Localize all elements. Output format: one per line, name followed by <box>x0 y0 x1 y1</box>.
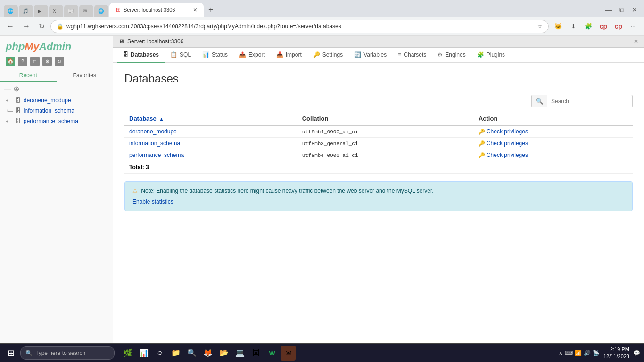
taskbar-search[interactable]: 🔍 Type here to search <box>20 346 115 360</box>
tray-network[interactable]: 📶 <box>575 350 582 356</box>
settings-small-icon[interactable]: □ <box>30 57 40 66</box>
collapse-icon[interactable]: — <box>4 84 11 93</box>
tab-sql[interactable]: 📋 SQL <box>165 48 197 63</box>
download-icon[interactable]: ⬇ <box>567 20 580 33</box>
tab-engines[interactable]: ⚙ Engines <box>432 48 471 63</box>
bg-tab4[interactable]: X <box>49 5 63 17</box>
tab-status[interactable]: 📊 Status <box>197 48 233 63</box>
notification-icon[interactable]: 💬 <box>633 350 640 356</box>
settings-icon: 🔑 <box>313 51 320 58</box>
tray-wifi[interactable]: 📡 <box>593 350 600 356</box>
sidebar-item-deranene[interactable]: +— 🗄 deranene_modupe <box>0 95 113 106</box>
check-privileges-deranene[interactable]: 🔑 Check privileges <box>479 128 528 135</box>
taskbar-app-chart[interactable]: 📊 <box>136 346 151 361</box>
home-icon[interactable]: 🏠 <box>6 57 15 66</box>
tray-keyboard[interactable]: ⌨ <box>565 350 573 356</box>
taskbar-app-word[interactable]: W <box>264 346 280 361</box>
sidebar-tabs: Recent Favorites <box>0 70 113 82</box>
copilot-icon[interactable]: cp <box>597 20 610 33</box>
bg-tab6[interactable]: ✉ <box>79 5 93 17</box>
refresh-small-icon[interactable]: ↻ <box>55 57 64 66</box>
window-restore[interactable]: ⧉ <box>617 5 627 15</box>
privileges-icon-1: 🔑 <box>479 129 485 135</box>
search-icon-button[interactable]: 🔍 <box>532 95 547 107</box>
db-link-information[interactable]: information_schema <box>129 140 180 147</box>
new-tab-button[interactable]: + <box>205 3 217 17</box>
window-minimize[interactable]: — <box>603 5 615 15</box>
col-database[interactable]: Database ▲ <box>124 112 297 125</box>
extensions-icon[interactable]: 🐱 <box>552 20 565 33</box>
docs-icon[interactable]: ? <box>18 57 27 66</box>
databases-table: Database ▲ Collation Action <box>124 112 633 174</box>
tab-settings[interactable]: 🔑 Settings <box>307 48 348 63</box>
sort-arrow: ▲ <box>159 116 164 122</box>
sidebar-item-performance[interactable]: +— 🗄 performance_schema <box>0 116 113 126</box>
sidebar-item-information[interactable]: +— 🗄 information_schema <box>0 106 113 116</box>
tab-databases[interactable]: 🗄 Databases <box>117 48 165 63</box>
taskbar-app-search[interactable]: 🔍 <box>184 346 199 361</box>
bg-tab5[interactable]: 📰 <box>64 5 78 17</box>
db-link-performance[interactable]: performance_schema <box>129 152 184 158</box>
bg-tab3[interactable]: ▶ <box>34 5 48 17</box>
db-icon-perf: 🗄 <box>15 118 21 124</box>
favorites-tab[interactable]: Favorites <box>57 70 113 82</box>
taskbar-app-circle[interactable]: ○ <box>152 346 167 361</box>
status-icon: 📊 <box>202 51 209 58</box>
enable-statistics-link[interactable]: Enable statistics <box>132 198 173 205</box>
search-input[interactable] <box>547 96 632 107</box>
taskbar-app-firefox[interactable]: 🦊 <box>200 346 215 361</box>
address-bar[interactable]: 🔒 wghp11.wghservers.com:2083/cpsess14408… <box>50 20 549 33</box>
back-button[interactable]: ← <box>4 20 17 33</box>
refresh-button[interactable]: ↻ <box>36 20 48 33</box>
taskbar-app-plant[interactable]: 🌿 <box>120 346 135 361</box>
bg-tab[interactable]: 🌐 <box>4 5 18 17</box>
taskbar-app-vscode[interactable]: 💻 <box>232 346 248 361</box>
sidebar-icons: 🏠 ? □ ⚙ ↻ <box>0 55 113 70</box>
puzzle-icon[interactable]: 🧩 <box>582 20 595 33</box>
engines-icon: ⚙ <box>438 51 443 58</box>
tab-charsets[interactable]: ≡ Charsets <box>392 48 432 63</box>
db-link-deranene[interactable]: deranene_modupe <box>129 128 177 135</box>
panel-close-icon[interactable]: ✕ <box>634 38 638 45</box>
tab-close-button[interactable]: × <box>193 6 197 14</box>
tab-title: Server: localhost:3306 <box>124 7 175 13</box>
taskbar-app-folder[interactable]: 📁 <box>168 346 183 361</box>
taskbar-right: ∧ ⌨ 📶 🔊 📡 2:19 PM 12/11/2023 💬 <box>559 346 640 360</box>
tab-import[interactable]: 📥 Import <box>271 48 307 63</box>
system-tray: ∧ ⌨ 📶 🔊 📡 <box>559 350 600 356</box>
privileges-icon-2: 🔑 <box>479 140 485 147</box>
taskbar-app-photos[interactable]: 🖼 <box>248 346 264 361</box>
taskbar-app-telegram[interactable]: ✉ <box>281 346 296 361</box>
tab-export[interactable]: 📤 Export <box>233 48 271 63</box>
col-collation[interactable]: Collation <box>297 112 474 125</box>
check-privileges-information[interactable]: 🔑 Check privileges <box>479 140 528 147</box>
tab-variables[interactable]: 🔄 Variables <box>348 48 392 63</box>
bookmark-icon[interactable]: ☆ <box>537 23 543 30</box>
active-tab[interactable]: ⊞ Server: localhost:3306 × <box>109 3 204 17</box>
gear-small-icon[interactable]: ⚙ <box>42 57 52 66</box>
forward-button[interactable]: → <box>20 20 33 33</box>
bg-tab2[interactable]: 🎵 <box>19 5 33 17</box>
expand-icon[interactable]: ⊕ <box>13 84 19 93</box>
window-close[interactable]: ✕ <box>629 5 640 15</box>
taskbar-time[interactable]: 2:19 PM 12/11/2023 <box>603 346 629 360</box>
nav-tabs: 🗄 Databases 📋 SQL 📊 Status 📤 Export 📥 <box>113 48 644 63</box>
start-button[interactable]: ⊞ <box>4 346 18 360</box>
recent-tab[interactable]: Recent <box>0 70 57 82</box>
taskbar-app-files[interactable]: 📂 <box>216 346 231 361</box>
tab-plugins[interactable]: 🧩 Plugins <box>471 48 511 63</box>
copilot-icon2[interactable]: cp <box>612 20 625 33</box>
tray-volume[interactable]: 🔊 <box>584 350 591 356</box>
db-expand-icon2: +— <box>6 108 13 114</box>
clock-time: 2:19 PM <box>603 346 629 353</box>
check-privileges-performance[interactable]: 🔑 Check privileges <box>479 152 528 158</box>
warning-icon: ⚠ <box>132 188 138 194</box>
logo-my: My <box>25 41 39 52</box>
db-expand-icon: +— <box>6 98 13 103</box>
bg-tab7[interactable]: 🌐 <box>94 5 108 17</box>
db-action-cell: 🔑 Check privileges <box>474 125 633 138</box>
tray-arrow[interactable]: ∧ <box>559 350 563 356</box>
table-row: information_schema utf8mb3_general_ci 🔑 … <box>124 138 633 149</box>
col-action[interactable]: Action <box>474 112 633 125</box>
more-menu-icon[interactable]: ⋯ <box>627 20 640 33</box>
